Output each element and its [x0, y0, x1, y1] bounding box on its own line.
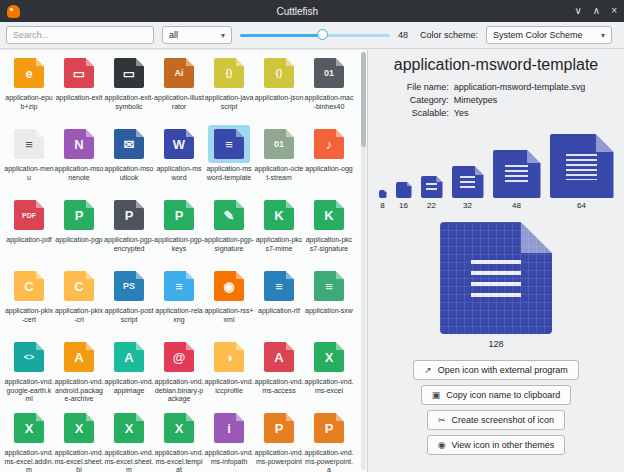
fold-corner — [86, 200, 94, 208]
icon-grid-item[interactable]: 01 application-octet-stream — [254, 122, 304, 193]
search-input[interactable] — [6, 26, 154, 44]
icon-grid-item[interactable]: @ application-vnd.debian.binary-package — [154, 335, 204, 406]
icon-grid-item[interactable]: C application-pkix-cert — [4, 264, 54, 335]
icon-grid-item[interactable]: ✎ application-pgp-signature — [204, 193, 254, 264]
button-open-external[interactable]: ↗ Open icon with external program — [413, 360, 579, 380]
icon-grid-item[interactable]: X application-vnd.ms-excel.sheet.m — [104, 406, 154, 472]
icon-grid-item[interactable]: i application-vnd.ms-infopath — [204, 406, 254, 472]
file-icon: X — [14, 413, 44, 443]
icon-grid-item[interactable]: P application-pgp-keys — [154, 193, 204, 264]
icon-box: C — [58, 267, 100, 305]
icon-grid-area: e application-epub+zip ▭ application-exi… — [0, 50, 368, 472]
icon-grid-item[interactable]: X application-vnd.ms-excel.templat — [154, 406, 204, 472]
file-icon: 01 — [314, 58, 344, 88]
icon-box: ▭ — [108, 54, 150, 92]
size-label: 8 — [380, 201, 384, 210]
color-scheme-dropdown-value: System Color Scheme — [493, 30, 583, 40]
fold-corner — [136, 200, 144, 208]
file-icon-glyph: ✎ — [224, 209, 235, 222]
close-button[interactable]: × — [611, 0, 617, 22]
icon-grid-item[interactable]: X application-vnd.ms-excel — [304, 335, 354, 406]
fold-corner — [286, 413, 294, 421]
size-slider[interactable] — [240, 26, 390, 44]
icon-grid-item[interactable]: ≡ application-msword-template — [204, 122, 254, 193]
icon-grid-item[interactable]: P application-vnd.ms-powerpoint — [254, 406, 304, 472]
titlebar[interactable]: Cuttlefish ∨ ∧ × — [0, 0, 624, 22]
icon-grid-item[interactable]: W application-msword — [154, 122, 204, 193]
button-copy-name[interactable]: ▣ Copy icon name to clipboard — [421, 385, 572, 405]
file-icon-glyph: A — [274, 351, 283, 364]
icon-grid-item[interactable]: ◉ application-rss+xml — [204, 264, 254, 335]
fold-corner — [336, 58, 344, 66]
color-scheme-dropdown[interactable]: System Color Scheme ▾ — [486, 26, 612, 44]
fold-corner — [136, 129, 144, 137]
cuttlefish-app-icon — [7, 5, 20, 18]
icon-grid-item[interactable]: A application-vnd.ms-access — [254, 335, 304, 406]
icon-grid-item[interactable]: P application-pgp — [54, 193, 104, 264]
icon-grid-item[interactable]: N application-msonenote — [54, 122, 104, 193]
icon-label: application-vnd.ms-excel.sheet.bi — [54, 449, 104, 472]
clipboard-icon: ▣ — [432, 390, 441, 400]
button-create-screenshot[interactable]: ✂ Create screenshot of icon — [427, 410, 565, 430]
icon-grid-item[interactable]: K application-pkcs7-mime — [254, 193, 304, 264]
fold-corner — [186, 271, 194, 279]
icon-grid-item[interactable]: ♪ application-ogg — [304, 122, 354, 193]
icon-grid-item[interactable]: ≡ application-rtf — [254, 264, 304, 335]
icon-grid-item[interactable]: A application-vnd.android.package-archiv… — [54, 335, 104, 406]
icon-grid-item[interactable]: {} application-javascript — [204, 51, 254, 122]
icon-grid-item[interactable]: e application-epub+zip — [4, 51, 54, 122]
fold-corner — [86, 271, 94, 279]
icon-grid-item[interactable]: {} application-json — [254, 51, 304, 122]
icon-grid-item[interactable]: Ai application-illustrator — [154, 51, 204, 122]
icon-label: application-vnd.iccprofile — [204, 378, 254, 395]
button-view-themes[interactable]: ◉ View icon in other themes — [427, 435, 566, 455]
icon-grid-item[interactable]: <> application-vnd.google-earth.kml — [4, 335, 54, 406]
fold-corner — [236, 58, 244, 66]
maximize-button[interactable]: ∧ — [593, 0, 600, 22]
file-icon — [421, 176, 443, 198]
fold-corner — [286, 129, 294, 137]
icon-box: K — [258, 196, 300, 234]
icon-grid-item[interactable]: X application-vnd.ms-excel.sheet.bi — [54, 406, 104, 472]
file-icon-glyph: ≡ — [225, 138, 233, 151]
file-icon-glyph: P — [275, 422, 284, 435]
file-icon: ▭ — [64, 58, 94, 88]
icon-grid-item[interactable]: ▭ application-exit-symbolic — [104, 51, 154, 122]
icon-title: application-msword-template — [394, 56, 599, 74]
icon-grid-item[interactable]: P application-vnd.ms-powerpoint.a — [304, 406, 354, 472]
icon-label: application-vnd.ms-excel.addin.m — [4, 449, 54, 472]
icon-grid-item[interactable]: 01 application-mac-binhex40 — [304, 51, 354, 122]
file-icon: @ — [164, 342, 194, 372]
icon-label: application-msonenote — [54, 165, 104, 182]
icon-grid-item[interactable]: ≡ application-sxw — [304, 264, 354, 335]
icon-grid-item[interactable]: ✉ application-msoutlook — [104, 122, 154, 193]
themes-icon: ◉ — [438, 440, 446, 450]
icon-grid-item[interactable]: ▭ application-exit — [54, 51, 104, 122]
toolbar: all ▾ 48 Color scheme: System Color Sche… — [0, 22, 624, 49]
icon-grid-item[interactable]: ≡ application-menu — [4, 122, 54, 193]
fold-corner — [336, 200, 344, 208]
icon-grid-item[interactable]: C application-pkix-crl — [54, 264, 104, 335]
icon-grid-item[interactable]: A application-vnd.appimage — [104, 335, 154, 406]
icon-grid-item[interactable]: ◑ application-vnd.iccprofile — [204, 335, 254, 406]
scrollbar-handle[interactable] — [361, 52, 366, 147]
icon-label: application-sxw — [304, 307, 354, 316]
icon-grid-item[interactable]: P application-pgp-encrypted — [104, 193, 154, 264]
icon-grid-item[interactable]: K application-pkcs7-signature — [304, 193, 354, 264]
chevron-down-icon: ▾ — [601, 31, 605, 40]
minimize-button[interactable]: ∨ — [575, 0, 582, 22]
icon-grid-item[interactable]: X application-vnd.ms-excel.addin.m — [4, 406, 54, 472]
slider-handle[interactable] — [317, 29, 328, 40]
icon-label: application-mac-binhex40 — [304, 94, 354, 111]
icon-label: application-vnd.ms-powerpoint.a — [304, 449, 354, 472]
button-label: Copy icon name to clipboard — [446, 390, 560, 400]
category-dropdown[interactable]: all ▾ — [162, 26, 232, 44]
icon-grid-item[interactable]: ≡ application-relaxng — [154, 264, 204, 335]
file-icon — [379, 190, 387, 198]
file-icon-glyph: C — [24, 280, 33, 293]
icon-label: application-json — [254, 94, 304, 103]
file-icon — [493, 150, 541, 198]
icon-grid-item[interactable]: PS application-postscript — [104, 264, 154, 335]
icon-grid-item[interactable]: PDF application-pdf — [4, 193, 54, 264]
file-icon-glyph: W — [173, 138, 185, 151]
